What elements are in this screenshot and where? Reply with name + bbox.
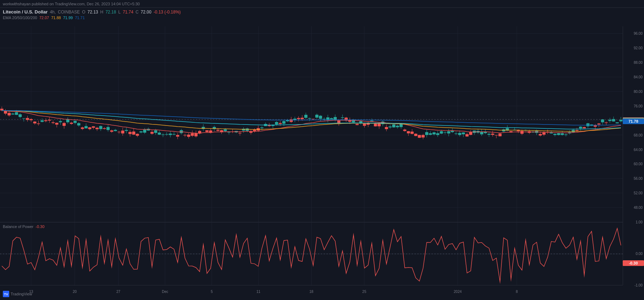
close-label: C — [136, 10, 139, 15]
x-tick-8: 8 — [516, 290, 518, 294]
ema50-value: 71.88 — [51, 16, 61, 20]
y-axis-indicator: 1.000.00-1.00-0.30 — [623, 222, 644, 285]
x-tick-11: 11 — [257, 290, 260, 294]
bop-label: Balance of Power — [3, 224, 33, 229]
y-axis-main: 96.0092.0088.0084.0080.0076.0072.0068.00… — [623, 26, 644, 222]
timeframe: 4h, — [50, 10, 56, 15]
x-tick-5: 5 — [211, 290, 213, 294]
x-tick-18: 18 — [309, 290, 313, 294]
y-label-64: 64.00 — [634, 148, 643, 151]
published-info: workwithshayan published on TradingView.… — [3, 2, 140, 6]
high-label: H — [100, 10, 104, 15]
pair-name: Litecoin / U.S. Dollar — [3, 9, 48, 15]
x-tick-20: 20 — [73, 290, 77, 294]
indicator-chart[interactable]: Balance of Power -0.30 — [0, 222, 623, 285]
x-tick-25: 25 — [362, 290, 366, 294]
x-tick-2024: 2024 — [454, 290, 462, 294]
ema200-value: 71.71 — [75, 16, 85, 20]
y-label-84: 84.00 — [634, 75, 643, 79]
y-label-52: 52.00 — [634, 191, 643, 195]
x-tick-Dec: Dec — [162, 290, 168, 294]
ema-row: EMA 20/50/100/200 72.07 71.88 71.99 71.7… — [3, 16, 641, 20]
price-badge-71.78: 71.78 — [623, 118, 644, 124]
ema20-value: 72.07 — [39, 16, 49, 20]
y-label-76: 76.00 — [634, 104, 643, 108]
low-value: 71.74 — [123, 10, 133, 15]
indicator-label-area: Balance of Power -0.30 — [3, 224, 44, 229]
y-label-68: 68.00 — [634, 133, 643, 137]
tv-logo: TV TradingView — [3, 291, 32, 297]
main-canvas — [0, 26, 623, 222]
tv-logo-text: TradingView — [11, 292, 32, 296]
y-label-60: 60.00 — [634, 162, 643, 166]
indicator-canvas — [0, 222, 623, 285]
high-value: 72.18 — [105, 10, 116, 15]
bop-value: -0.30 — [35, 224, 44, 229]
exchange: COINBASE — [58, 10, 80, 15]
header-info: Litecoin / U.S. Dollar 4h, COINBASE O72.… — [0, 8, 644, 26]
open-label: O — [82, 10, 85, 15]
y-label-80: 80.00 — [634, 90, 643, 94]
ema-label: EMA 20/50/100/200 — [3, 16, 37, 20]
ind-y-label--1: -1.00 — [634, 283, 643, 287]
y-label-88: 88.00 — [634, 61, 643, 65]
ema100-value: 71.99 — [63, 16, 73, 20]
low-label: L — [118, 10, 121, 15]
ind-y-label-0: 0.00 — [636, 252, 643, 256]
change-value: -0.13 (-0.18%) — [154, 10, 181, 15]
x-axis: 132027Dec511182520248 — [0, 285, 623, 300]
top-bar: workwithshayan published on TradingView.… — [0, 0, 644, 8]
ind-y-label-1: 1.00 — [636, 220, 643, 224]
y-label-96: 96.00 — [634, 32, 643, 35]
title-row: Litecoin / U.S. Dollar 4h, COINBASE O72.… — [3, 9, 641, 15]
ind-value-badge: -0.30 — [623, 260, 644, 266]
y-label-56: 56.00 — [634, 177, 643, 180]
y-label-48: 48.00 — [634, 206, 643, 210]
x-tick-27: 27 — [116, 290, 120, 294]
main-chart[interactable] — [0, 26, 623, 222]
y-label-92: 92.00 — [634, 46, 643, 50]
open-value: 72.13 — [87, 10, 98, 15]
close-value: 72.00 — [141, 10, 152, 15]
svg-text:TV: TV — [4, 293, 8, 296]
tv-logo-icon: TV — [3, 291, 9, 297]
